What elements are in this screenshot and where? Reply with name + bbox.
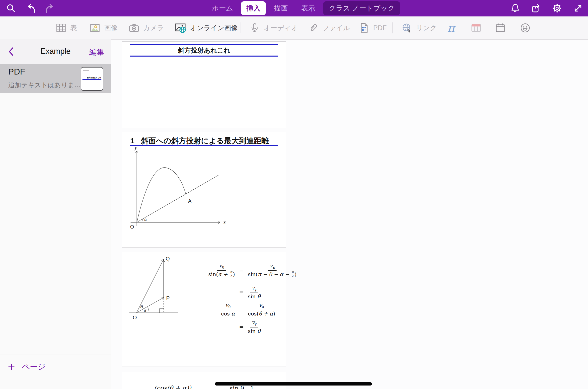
link-label: リンク xyxy=(416,23,437,32)
point-a-label: A xyxy=(188,198,192,204)
origin-label: O xyxy=(133,314,137,320)
equation-row: = vy sin θ xyxy=(204,285,298,300)
fraction: va sin(π − θ − α − π2) xyxy=(246,262,298,279)
angle-alpha-label: α xyxy=(144,217,147,222)
section-title: 斜面への斜方投射による最大到達距離 xyxy=(141,137,269,145)
link-icon xyxy=(401,22,413,34)
fraction: vy sin θ xyxy=(246,285,262,300)
point-q-label: Q xyxy=(166,256,170,261)
fraction: va cos(θ + α) xyxy=(246,302,277,317)
notifications-button[interactable] xyxy=(510,3,521,14)
ribbon-tabs: ホーム 挿入 描画 表示 クラス ノートブック xyxy=(206,1,400,15)
document-page-2[interactable]: 1斜面への斜方投射による最大到達距離 y x O A α xyxy=(122,132,286,248)
page-title: 斜方投射あれこれ xyxy=(122,46,286,55)
title-rule-top xyxy=(130,44,278,45)
math-button[interactable]: π xyxy=(447,16,455,39)
equation-fragment: 1 xyxy=(250,385,254,389)
expand-icon xyxy=(573,3,583,13)
toolbar-separator xyxy=(240,22,240,33)
insert-table-button[interactable]: 表 xyxy=(55,16,77,39)
velocity-vector-triangle-diagram: Q P O θ α xyxy=(128,255,184,321)
image-icon xyxy=(89,22,101,34)
camera-icon xyxy=(128,22,140,34)
equals-sign: = xyxy=(237,289,246,295)
equation-fragment: a xyxy=(256,387,259,389)
document-page-1[interactable]: 斜方投射あれこれ xyxy=(122,41,286,128)
section-heading: 1斜面への斜方投射による最大到達距離 xyxy=(130,136,269,146)
undo-button[interactable] xyxy=(25,3,36,14)
fullscreen-button[interactable] xyxy=(573,3,584,14)
point-p-label: P xyxy=(166,295,170,301)
document-page-4[interactable]: (cos(θ + α)) sin θ 1 a xyxy=(122,372,286,389)
insert-toolbar: 表 画像 カメラ xyxy=(0,16,588,40)
equation-fragment: sin θ xyxy=(230,385,244,389)
styled-table-icon xyxy=(470,22,482,34)
audio-label: オーディオ xyxy=(264,23,298,32)
file-button[interactable]: ファイル xyxy=(308,16,350,39)
page-thumbnail: 斜方投射あれこれ xyxy=(81,67,103,91)
page-item-subtitle: 追加テキストはありま… xyxy=(8,81,81,89)
equals-sign: = xyxy=(237,324,246,330)
tab-draw[interactable]: 描画 xyxy=(268,1,293,15)
document-page-3[interactable]: Q P O θ α v0 sin(α + π2) = va sin(π − θ … xyxy=(122,252,286,367)
fraction: vy sin θ xyxy=(246,319,262,334)
title-rule-bottom xyxy=(130,56,278,57)
file-label: ファイル xyxy=(322,23,350,32)
online-image-button[interactable]: オンライン画像 xyxy=(174,16,238,39)
thumbnail-title: 斜方投射あれこれ xyxy=(87,77,101,79)
toolbar-separator xyxy=(392,22,393,33)
settings-button[interactable] xyxy=(552,3,563,14)
heading-underline xyxy=(130,145,278,146)
paperclip-icon xyxy=(308,22,319,33)
calendar-icon xyxy=(495,22,506,34)
undo-icon xyxy=(25,3,36,13)
topbar-actions xyxy=(510,3,584,14)
thumbnail-rule xyxy=(82,76,101,76)
home-indicator[interactable] xyxy=(215,382,372,386)
angle-alpha-label: α xyxy=(144,308,147,313)
redo-icon xyxy=(45,3,56,13)
pdf-label: PDF xyxy=(373,24,387,32)
share-icon xyxy=(531,3,541,13)
redo-button[interactable] xyxy=(45,3,56,14)
tab-home[interactable]: ホーム xyxy=(206,1,238,15)
equation-row: = vy sin θ xyxy=(204,319,298,334)
camera-button[interactable]: カメラ xyxy=(128,16,164,39)
page-list-item[interactable]: PDF 追加テキストはありま… 斜方投射あれこれ xyxy=(0,64,111,93)
sidebar-divider xyxy=(0,355,111,355)
plus-icon xyxy=(7,363,15,371)
styled-table-button[interactable] xyxy=(470,16,482,39)
equation-row: v0 sin(α + π2) = va sin(π − θ − α − π2) xyxy=(204,262,298,279)
edit-button[interactable]: 編集 xyxy=(89,47,104,57)
online-image-icon xyxy=(174,22,186,34)
meeting-details-button[interactable] xyxy=(495,16,506,39)
tab-view[interactable]: 表示 xyxy=(296,1,321,15)
equation-row: v0 cos α = va cos(θ + α) xyxy=(204,302,298,317)
share-button[interactable] xyxy=(531,3,542,14)
fraction: v0 sin(α + π2) xyxy=(207,262,237,279)
add-page-label: ページ xyxy=(22,362,45,372)
add-page-button[interactable]: ページ xyxy=(7,360,45,374)
emoji-icon xyxy=(519,22,531,34)
section-number: 1 xyxy=(130,137,135,145)
origin-label: O xyxy=(130,224,134,230)
equals-sign: = xyxy=(237,267,246,274)
angle-theta-label: θ xyxy=(140,305,143,309)
tab-insert[interactable]: 挿入 xyxy=(241,1,266,15)
axis-label-x: x xyxy=(223,220,226,225)
tab-class-notebook[interactable]: クラス ノートブック xyxy=(323,1,400,15)
link-button[interactable]: リンク xyxy=(401,16,437,39)
audio-button[interactable]: オーディオ xyxy=(249,16,298,39)
search-icon xyxy=(6,3,16,13)
table-icon xyxy=(55,22,67,34)
pdf-button[interactable]: PDF xyxy=(359,16,387,39)
search-button[interactable] xyxy=(5,3,16,14)
emoji-button[interactable] xyxy=(519,16,531,39)
axis-label-y: y xyxy=(134,146,138,151)
fraction: v0 cos α xyxy=(219,302,237,317)
page-item-title: PDF xyxy=(8,67,25,77)
onenote-window: ホーム 挿入 描画 表示 クラス ノートブック xyxy=(0,0,588,389)
insert-image-button[interactable]: 画像 xyxy=(89,16,118,39)
sidebar-header: Example 編集 xyxy=(0,39,111,64)
camera-label: カメラ xyxy=(143,23,164,32)
